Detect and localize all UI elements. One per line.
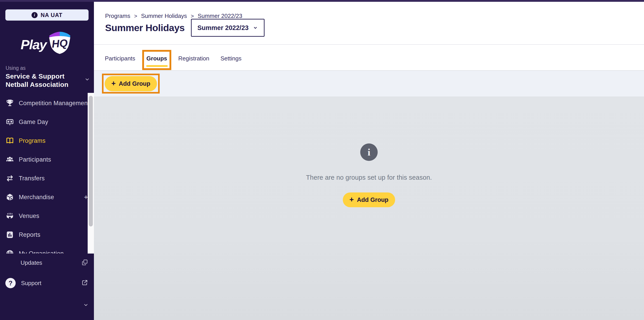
using-as-label: Using as	[6, 65, 26, 71]
collapse-chevron-down-icon[interactable]	[83, 302, 88, 308]
tab-registration[interactable]: Registration	[178, 54, 209, 63]
annotation-box-add-group	[102, 74, 160, 94]
season-selector-value: Summer 2022/23	[198, 24, 249, 32]
stadium-icon	[5, 211, 14, 220]
playhq-app: i NA UAT Play HQ Using as Service & Supp…	[0, 0, 644, 320]
logo-word: Play	[20, 37, 46, 52]
sidebar-item-my-organisation[interactable]: My Organisation	[0, 244, 94, 253]
season-selector[interactable]: Summer 2022/23	[191, 19, 264, 37]
sidebar-item-label: Game Day	[19, 119, 48, 126]
updates-label: Updates	[20, 259, 42, 266]
main-area: Programs > Summer Holidays > Summer 2022…	[94, 2, 644, 320]
sidebar-item-competition-management[interactable]: Competition Management	[0, 94, 94, 113]
svg-text:HQ: HQ	[51, 37, 68, 50]
copy-icon	[82, 259, 88, 266]
empty-state-message: There are no groups set up for this seas…	[306, 174, 432, 181]
sidebar-item-label: Merchandise	[19, 194, 54, 201]
info-icon: i	[360, 143, 378, 161]
sidebar-item-label: Participants	[19, 156, 51, 163]
sidebar-item-venues[interactable]: Venues	[0, 207, 94, 225]
annotation-box-groups-tab	[142, 50, 171, 70]
sidebar-item-label: My Organisation	[19, 250, 64, 254]
tab-bar: Participants Groups Registration Setting…	[105, 54, 242, 63]
sidebar-item-game-day[interactable]: Game Day	[0, 113, 94, 131]
info-icon: i	[32, 12, 38, 18]
sidebar-item-label: Venues	[19, 213, 39, 219]
chevron-down-icon[interactable]	[84, 77, 90, 83]
sidebar-item-participants[interactable]: Participants	[0, 150, 94, 169]
sidebar: i NA UAT Play HQ Using as Service & Supp…	[0, 2, 94, 320]
playhq-logo[interactable]: Play HQ	[0, 31, 94, 56]
environment-badge[interactable]: i NA UAT	[5, 10, 88, 21]
package-box-icon	[5, 193, 14, 202]
bar-chart-icon	[5, 230, 14, 239]
tab-groups[interactable]: Groups	[146, 54, 167, 63]
transfer-arrows-icon	[5, 174, 14, 183]
tab-participants[interactable]: Participants	[105, 54, 135, 63]
question-icon: ?	[5, 278, 16, 288]
sidebar-item-support[interactable]: ? Support	[0, 276, 94, 290]
chevron-down-icon	[253, 25, 258, 31]
header-divider	[94, 44, 644, 45]
sidebar-item-label: Programs	[19, 137, 46, 144]
support-label: Support	[21, 280, 41, 287]
sidebar-item-programs[interactable]: Programs	[0, 131, 94, 150]
page-title: Summer Holidays	[105, 22, 185, 33]
top-bar	[0, 0, 644, 2]
sidebar-item-updates[interactable]: Updates	[0, 256, 94, 269]
toolbar: + Add Group	[94, 70, 644, 96]
sidebar-item-reports[interactable]: Reports	[0, 225, 94, 244]
sidebar-scrollbar[interactable]	[88, 93, 94, 253]
sidebar-item-label: Transfers	[19, 175, 45, 182]
external-link-icon	[82, 279, 88, 287]
org-switcher[interactable]: Service & Support Netball Association	[6, 72, 76, 89]
empty-add-group-label: Add Group	[357, 196, 388, 203]
scoreboard-icon	[5, 118, 14, 126]
empty-add-group-button[interactable]: + Add Group	[343, 192, 395, 207]
sidebar-item-transfers[interactable]: Transfers	[0, 169, 94, 188]
sidebar-bottom-section: Updates ? Support	[0, 253, 94, 320]
sidebar-nav: Competition Management	[0, 93, 94, 253]
add-group-button[interactable]: + Add Group	[105, 76, 157, 91]
sidebar-scrollbar-thumb[interactable]	[89, 96, 93, 226]
sidebar-item-label: Reports	[19, 231, 40, 238]
empty-state: i There are no groups set up for this se…	[94, 143, 644, 207]
globe-icon	[5, 249, 14, 253]
shield-logo-icon: HQ	[46, 31, 73, 56]
environment-label: NA UAT	[41, 12, 62, 18]
open-book-icon	[5, 136, 14, 145]
sidebar-item-merchandise[interactable]: Merchandise +	[0, 188, 94, 207]
sidebar-item-label: Competition Management	[19, 100, 90, 107]
plus-icon: +	[350, 196, 354, 203]
content-area: i There are no groups set up for this se…	[94, 96, 644, 320]
people-icon	[5, 155, 14, 164]
trophy-icon	[5, 99, 14, 108]
tab-settings[interactable]: Settings	[220, 54, 242, 63]
